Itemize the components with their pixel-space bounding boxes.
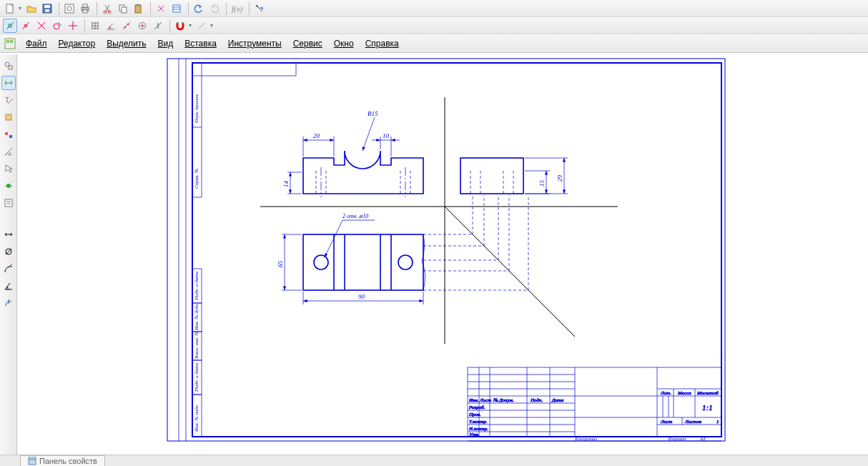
svg-rect-14 <box>137 4 139 6</box>
tool-diam-dim[interactable] <box>1 244 16 259</box>
svg-line-67 <box>8 264 12 268</box>
svg-rect-70 <box>192 63 721 437</box>
snap-config-button[interactable] <box>194 19 209 33</box>
svg-text:Дата: Дата <box>551 397 564 403</box>
svg-text:20: 20 <box>313 132 320 139</box>
svg-text:29: 29 <box>556 175 563 182</box>
svg-text:Формат: Формат <box>668 436 686 442</box>
tool-select[interactable] <box>1 162 16 176</box>
tool-ang-dim[interactable] <box>1 279 16 293</box>
svg-rect-56 <box>5 132 8 135</box>
tool-spec[interactable] <box>1 179 16 193</box>
svg-rect-55 <box>6 114 11 120</box>
snap-grid-button[interactable] <box>88 19 102 33</box>
svg-rect-88 <box>192 63 296 76</box>
snap-config-dropdown[interactable]: ▾ <box>210 22 213 29</box>
snap-perp-button[interactable] <box>66 19 80 33</box>
snap-endpoint-button[interactable] <box>3 19 17 33</box>
tool-rad-dim[interactable] <box>1 262 16 276</box>
tool-measure[interactable]: A <box>1 144 16 159</box>
snap-center-button[interactable] <box>135 19 149 33</box>
paste-button[interactable] <box>132 1 146 16</box>
menu-help[interactable]: Справка <box>360 37 405 50</box>
snap-angle-button[interactable] <box>104 19 118 33</box>
save-button[interactable] <box>40 1 54 16</box>
properties-panel-tab[interactable]: Панель свойств <box>20 455 105 466</box>
layers-button[interactable] <box>169 1 184 16</box>
svg-rect-13 <box>135 5 141 13</box>
snap-nearest-button[interactable] <box>151 19 165 33</box>
menu-insert[interactable]: Вставка <box>179 37 222 50</box>
new-button[interactable] <box>3 1 17 16</box>
svg-text:Подп.: Подп. <box>530 397 543 403</box>
svg-text:Взам. инв. №: Взам. инв. № <box>194 331 199 359</box>
svg-text:Лит.: Лит. <box>660 390 671 396</box>
svg-text:1:1: 1:1 <box>702 403 713 412</box>
fx-button[interactable]: f(x) <box>230 1 245 16</box>
preview-button[interactable] <box>62 1 77 16</box>
svg-text:Масса: Масса <box>677 390 691 396</box>
svg-point-33 <box>109 27 111 29</box>
menu-select[interactable]: Выделить <box>101 37 152 50</box>
redo-button[interactable] <box>207 1 222 16</box>
svg-text:1: 1 <box>716 419 719 425</box>
menu-tools[interactable]: Инструменты <box>222 37 287 50</box>
svg-text:?: ? <box>260 6 264 13</box>
tool-geometry[interactable] <box>1 59 16 73</box>
svg-text:Т.контр.: Т.контр. <box>469 419 488 425</box>
svg-rect-124 <box>303 234 423 290</box>
tool-report[interactable] <box>1 196 16 210</box>
tool-linear-dim[interactable] <box>1 227 16 242</box>
menu-editor[interactable]: Редактор <box>53 37 102 50</box>
snap-tangent-button[interactable] <box>50 19 64 33</box>
left-toolbox: T A <box>0 54 17 455</box>
menu-file[interactable]: Файл <box>20 37 53 50</box>
svg-text:Лист: Лист <box>660 419 672 425</box>
panel-tab-label: Панель свойств <box>39 457 97 465</box>
svg-text:10: 10 <box>383 132 390 139</box>
magnet-dropdown[interactable]: ▾ <box>189 22 192 29</box>
tool-dimension[interactable] <box>1 76 16 90</box>
svg-text:15: 15 <box>538 180 546 187</box>
menu-bar: Файл Редактор Выделить Вид Вставка Инстр… <box>0 34 868 53</box>
open-button[interactable] <box>24 1 39 16</box>
svg-text:Листов: Листов <box>684 419 701 425</box>
undo-button[interactable] <box>192 1 206 16</box>
copy-button[interactable] <box>116 1 130 16</box>
menu-view[interactable]: Вид <box>152 37 179 50</box>
app-icon <box>3 36 17 51</box>
menu-window[interactable]: Окно <box>328 37 360 50</box>
svg-text:Подп. и дата: Подп. и дата <box>194 272 199 301</box>
svg-text:Инв. № подл.: Инв. № подл. <box>194 404 199 432</box>
help-button[interactable]: ? <box>252 1 267 16</box>
svg-line-105 <box>363 117 375 151</box>
svg-line-144 <box>445 207 575 337</box>
svg-text:Лист: Лист <box>479 397 491 403</box>
svg-text:65: 65 <box>277 261 284 268</box>
tool-edit[interactable] <box>1 110 16 124</box>
magnet-button[interactable] <box>173 19 187 33</box>
snap-along-button[interactable] <box>119 19 134 33</box>
svg-text:Н.контр.: Н.контр. <box>468 426 488 432</box>
properties-button[interactable] <box>154 1 168 16</box>
tool-arc-dim[interactable] <box>1 296 16 310</box>
tool-param[interactable] <box>1 127 16 142</box>
snap-midpoint-button[interactable] <box>19 19 33 33</box>
dropdown-arrow[interactable]: ▾ <box>19 5 21 11</box>
menu-service[interactable]: Сервис <box>287 37 328 50</box>
svg-text:Утв.: Утв. <box>469 432 480 437</box>
tool-text[interactable]: T <box>1 93 16 107</box>
svg-rect-2 <box>44 5 50 8</box>
svg-line-21 <box>22 22 29 29</box>
svg-line-19 <box>6 22 14 29</box>
snap-cross-button[interactable] <box>34 19 49 33</box>
svg-rect-15 <box>173 5 180 12</box>
svg-point-126 <box>398 255 413 269</box>
svg-rect-47 <box>10 40 13 43</box>
svg-text:Изм.: Изм. <box>468 397 479 403</box>
cut-button[interactable] <box>100 1 114 16</box>
print-button[interactable] <box>78 1 92 16</box>
svg-rect-41 <box>177 22 179 24</box>
svg-text:Разраб.: Разраб. <box>468 405 485 410</box>
drawing-canvas[interactable]: Перв. примен. Справ. № Подп. и дата Инв.… <box>17 54 868 455</box>
